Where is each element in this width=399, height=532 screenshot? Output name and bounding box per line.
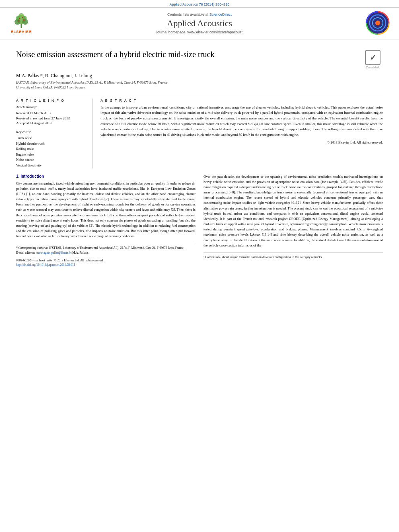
email-note: E-mail address: marie-agnes.pallas@ifstt… [16, 251, 195, 255]
section1-title: 1. Introduction [16, 174, 195, 179]
history-label: Article history: [16, 105, 87, 109]
intro-right-text: Over the past decade, the development or… [204, 174, 383, 248]
contents-line: Contents lists available at ScienceDirec… [43, 12, 356, 16]
email-label: E-mail address: [16, 251, 35, 255]
body-right-column: Over the past decade, the development or… [204, 174, 383, 267]
keyword-6: Vertical directivity [16, 163, 87, 168]
svg-point-9 [23, 19, 25, 21]
corresponding-author-text: * Corresponding author at: IFSTTAR, Labo… [16, 246, 184, 250]
article-info-abstract-section: A R T I C L E I N F O Article history: R… [16, 95, 383, 168]
journal-center: Contents lists available at ScienceDirec… [35, 12, 364, 34]
revised-date: Received in revised form 27 June 2013 [16, 116, 87, 121]
email-link[interactable]: marie-agnes.pallas@ifsttar.fr [36, 251, 71, 255]
elsevier-label-text: ELSEVIER [11, 30, 32, 34]
keyword-2: Hybrid electric truck [16, 141, 87, 147]
article-info-column: A R T I C L E I N F O Article history: R… [16, 99, 93, 168]
footnote1-right: ¹ Conventional diesel engine forms the c… [204, 252, 383, 259]
journal-header: ELSEVIER Contents lists available at Sci… [0, 7, 399, 39]
keywords-label: Keywords: [16, 130, 87, 134]
keyword-1: Truck noise [16, 136, 87, 141]
affiliation-1: IFSTTAR, Laboratory of Environmental Aco… [16, 80, 383, 85]
body-content: 1. Introduction City centers are increas… [16, 174, 383, 267]
main-content: Noise emission assessment of a hybrid el… [0, 39, 399, 271]
doi-line: http://dx.doi.org/10.1016/j.apacoust.201… [16, 263, 195, 267]
abstract-column: A B S T R A C T In the attempt to improv… [101, 99, 383, 168]
authors-line: M.A. Pallas *, R. Chatagnon, J. Lelong [16, 73, 383, 79]
authors-text: M.A. Pallas *, R. Chatagnon, J. Lelong [16, 73, 92, 78]
keyword-5: Noise source [16, 157, 87, 163]
email-suffix: (M.A. Pallas). [72, 251, 89, 255]
affiliations: IFSTTAR, Laboratory of Environmental Aco… [16, 80, 383, 90]
svg-point-10 [18, 20, 19, 21]
svg-point-6 [22, 16, 27, 20]
footnote-section: * Corresponding author at: IFSTTAR, Labo… [16, 243, 195, 267]
received-date: Received 13 March 2013 [16, 111, 87, 116]
body-left-column: 1. Introduction City centers are increas… [16, 174, 195, 267]
svg-point-14 [375, 21, 380, 25]
keyword-4: Engine noise [16, 152, 87, 158]
corresponding-author-note: * Corresponding author at: IFSTTAR, Labo… [16, 246, 195, 250]
affiliation-2: University of Lyon, CeLyA, F-69622 Lyon,… [16, 85, 383, 90]
crossmark-icon: ✓ [365, 50, 380, 65]
svg-point-8 [22, 17, 23, 18]
abstract-text: In the attempt to improve urban environm… [101, 105, 383, 138]
elsevier-logo: ELSEVIER [7, 13, 35, 34]
page: Applied Acoustics 76 (2014) 280–290 [0, 0, 399, 532]
issn-text: 0003-6822/$ – see front matter © 2013 El… [16, 259, 103, 262]
doi-link[interactable]: http://dx.doi.org/10.1016/j.apacoust.201… [16, 263, 75, 267]
svg-rect-0 [21, 24, 22, 28]
journal-homepage: journal homepage: www.elsevier.com/locat… [43, 30, 356, 34]
article-title-section: Noise emission assessment of a hybrid el… [16, 43, 383, 71]
accepted-date: Accepted 14 August 2013 [16, 121, 87, 126]
crossmark-badge: ✓ CrossMark [363, 50, 383, 69]
svg-point-7 [19, 18, 20, 19]
elsevier-tree-icon [7, 13, 35, 29]
journal-logo-right [364, 11, 392, 36]
journal-ref-text: Applied Acoustics 76 (2014) 280–290 [169, 2, 229, 6]
journal-reference: Applied Acoustics 76 (2014) 280–290 [0, 0, 399, 7]
intro-left-text: City centers are increasingly faced with… [16, 181, 195, 239]
crossmark-label: CrossMark [366, 66, 380, 69]
sciencedirect-link[interactable]: ScienceDirect [210, 12, 232, 16]
section1-number: 1. [16, 174, 21, 179]
svg-point-5 [16, 16, 20, 20]
keywords-list: Truck noise Hybrid electric truck Rollin… [16, 136, 87, 168]
abstract-heading: A B S T R A C T [101, 99, 383, 103]
journal-title: Applied Acoustics [43, 18, 356, 29]
copyright: © 2013 Elsevier Ltd. All rights reserved… [101, 140, 383, 144]
section1-title-text: Introduction [21, 174, 44, 179]
issn-line: 0003-6822/$ – see front matter © 2013 El… [16, 258, 195, 263]
keyword-3: Rolling noise [16, 146, 87, 152]
footnote1-text: ¹ Conventional diesel engine forms the c… [204, 255, 383, 259]
applied-acoustics-logo-icon [364, 11, 392, 35]
article-info-heading: A R T I C L E I N F O [16, 99, 87, 103]
article-title: Noise emission assessment of a hybrid el… [16, 50, 355, 59]
